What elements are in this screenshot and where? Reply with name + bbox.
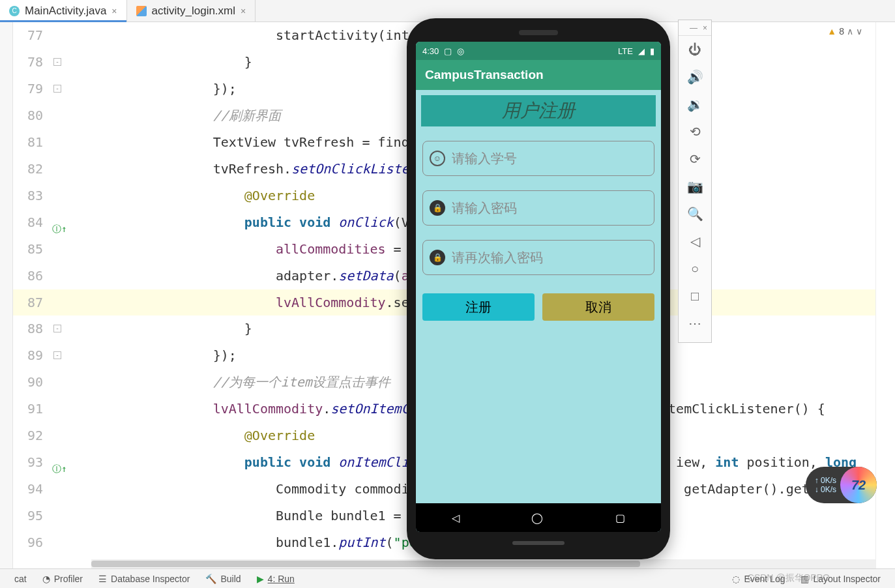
tool-build[interactable]: 🔨 Build xyxy=(198,574,248,584)
user-icon: ☺ xyxy=(430,151,445,166)
speed-down-icon: ↓ 0K/s xyxy=(815,485,836,494)
line-number: 88 xyxy=(13,316,52,342)
battery-icon: ▮ xyxy=(650,46,654,56)
back-icon[interactable]: ◁ xyxy=(679,228,711,255)
chat-icon: ◌ xyxy=(732,574,740,584)
gutter: - xyxy=(52,316,87,342)
scrollbar-thumb[interactable] xyxy=(91,561,640,567)
zoom-icon[interactable]: 🔍 xyxy=(679,200,711,228)
close-icon[interactable]: × xyxy=(111,6,117,16)
status-icon: ▢ xyxy=(444,46,452,56)
line-number: 85 xyxy=(13,236,52,263)
line-number: 83 xyxy=(13,183,52,209)
status-time: 4:30 xyxy=(422,46,439,56)
gutter xyxy=(52,263,87,289)
nav-home-icon[interactable]: ◯ xyxy=(531,512,543,524)
rotate-right-icon[interactable]: ⟳ xyxy=(679,145,711,173)
line-number: 86 xyxy=(13,263,52,289)
tool-run[interactable]: ▶ 4: Run xyxy=(249,574,302,584)
gutter xyxy=(52,129,87,156)
line-number: 87 xyxy=(13,289,52,316)
gutter: - xyxy=(52,49,87,76)
status-signal: LTE xyxy=(618,46,633,56)
line-number: 92 xyxy=(13,422,52,449)
chevron-up-icon[interactable]: ∧ xyxy=(847,26,853,37)
line-number: 91 xyxy=(13,396,52,422)
fold-icon[interactable]: - xyxy=(53,325,61,332)
tab-activity-login-xml[interactable]: activity_login.xml × xyxy=(127,0,256,22)
confirm-password-input[interactable] xyxy=(452,250,647,265)
gutter xyxy=(52,183,87,209)
xml-icon xyxy=(136,6,147,16)
student-id-input[interactable] xyxy=(452,151,647,166)
line-number: 89 xyxy=(13,342,52,369)
minimize-icon[interactable]: — xyxy=(690,23,697,33)
line-number: 79 xyxy=(13,76,52,102)
tool-logcat[interactable]: cat xyxy=(7,574,35,584)
rotate-left-icon[interactable]: ⟲ xyxy=(679,118,711,145)
emulator-toolbar: — × ⏻ 🔊 🔉 ⟲ ⟳ 📷 🔍 ◁ ○ □ ⋯ xyxy=(678,20,712,343)
left-tool-gutter xyxy=(0,22,13,568)
fold-icon[interactable]: - xyxy=(53,58,61,66)
volume-up-icon[interactable]: 🔊 xyxy=(679,63,711,91)
right-marker-gutter xyxy=(875,22,895,568)
register-button[interactable]: 注册 xyxy=(422,293,535,321)
emulator-device-frame: 4:30 ▢ ◎ LTE ◢ ▮ CampusTransaction 用户注册 … xyxy=(407,18,670,559)
overview-icon[interactable]: □ xyxy=(679,282,711,310)
speed-up-icon: ↑ 0K/s xyxy=(815,476,836,485)
line-number: 81 xyxy=(13,129,52,156)
speed-badge: 72 xyxy=(840,467,877,503)
network-speed-widget[interactable]: ↑ 0K/s ↓ 0K/s 72 xyxy=(806,467,877,503)
password-field[interactable]: 🔒 xyxy=(422,190,654,226)
gutter xyxy=(52,396,87,422)
database-icon: ☰ xyxy=(98,574,107,584)
gutter xyxy=(52,369,87,396)
gutter: Ⓘ↑ xyxy=(52,209,87,236)
close-icon[interactable]: × xyxy=(703,23,707,33)
inspection-summary[interactable]: ▲ 8 ∧ ∨ xyxy=(827,26,862,37)
gutter xyxy=(52,156,87,183)
signal-icon: ◢ xyxy=(638,46,645,56)
password-input[interactable] xyxy=(452,201,647,216)
fold-icon[interactable]: - xyxy=(53,85,61,93)
tab-label: MainActivity.java xyxy=(25,5,106,18)
android-status-bar: 4:30 ▢ ◎ LTE ◢ ▮ xyxy=(416,42,661,60)
android-app-bar: CampusTransaction xyxy=(416,60,661,90)
tool-profiler[interactable]: ◔ Profiler xyxy=(35,574,91,584)
gutter: - xyxy=(52,76,87,102)
tab-main-activity[interactable]: C MainActivity.java × xyxy=(0,0,127,22)
play-icon: ▶ xyxy=(257,574,264,584)
power-icon[interactable]: ⏻ xyxy=(679,36,711,63)
close-icon[interactable]: × xyxy=(241,6,246,16)
line-number: 96 xyxy=(13,529,52,556)
line-number: 94 xyxy=(13,476,52,503)
horizontal-scrollbar[interactable] xyxy=(91,559,875,568)
fold-icon[interactable]: - xyxy=(53,351,61,359)
gutter xyxy=(52,102,87,129)
watermark: CSDN @振华OPPO xyxy=(748,572,830,584)
chevron-down-icon[interactable]: ∨ xyxy=(856,26,862,37)
nav-overview-icon[interactable]: ▢ xyxy=(615,512,625,524)
nav-back-icon[interactable]: ◁ xyxy=(452,512,460,524)
lock-icon: 🔒 xyxy=(430,200,445,216)
gutter xyxy=(52,422,87,449)
student-id-field[interactable]: ☺ xyxy=(422,141,654,176)
emulator-window-controls: — × xyxy=(679,20,711,36)
gutter: Ⓘ↑ xyxy=(52,449,87,476)
gutter xyxy=(52,289,87,316)
gutter xyxy=(52,503,87,529)
tool-database-inspector[interactable]: ☰ Database Inspector xyxy=(91,574,198,584)
home-icon[interactable]: ○ xyxy=(679,255,711,282)
warning-icon: ▲ xyxy=(827,26,836,37)
emulator-screen[interactable]: 4:30 ▢ ◎ LTE ◢ ▮ CampusTransaction 用户注册 … xyxy=(416,42,661,532)
gutter xyxy=(52,22,87,49)
line-number: 78 xyxy=(13,49,52,76)
line-number: 82 xyxy=(13,156,52,183)
confirm-password-field[interactable]: 🔒 xyxy=(422,240,654,275)
more-icon[interactable]: ⋯ xyxy=(679,310,711,337)
cancel-button[interactable]: 取消 xyxy=(542,293,654,321)
volume-down-icon[interactable]: 🔉 xyxy=(679,91,711,118)
line-number: 93 xyxy=(13,449,52,476)
tab-label: activity_login.xml xyxy=(152,5,236,18)
camera-icon[interactable]: 📷 xyxy=(679,173,711,200)
